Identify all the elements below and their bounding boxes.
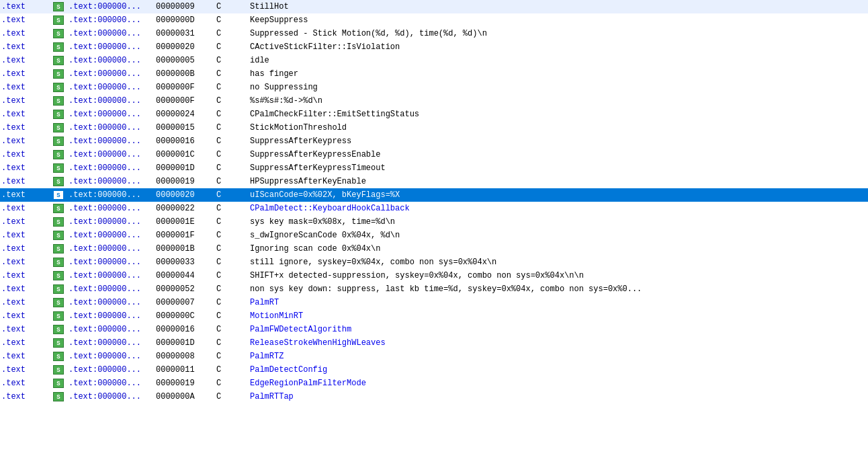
- table-row[interactable]: .textS.text:000000...00000033Cstill igno…: [0, 256, 868, 269]
- name-cell: Suppressed - Stick Motion(%d, %d), time(…: [249, 27, 868, 40]
- ordinal-cell: 00000020: [155, 40, 215, 54]
- table-row[interactable]: .textS.text:000000...0000001DCSuppressAf…: [0, 161, 868, 175]
- divider-cell: [46, 175, 52, 188]
- table-row[interactable]: .textS.text:000000...0000000DCKeepSuppre…: [0, 13, 868, 27]
- table-row[interactable]: .textS.text:000000...00000020CuIScanCode…: [0, 188, 868, 202]
- table-row[interactable]: .textS.text:000000...00000015CStickMotio…: [0, 121, 868, 134]
- table-row[interactable]: .textS.text:000000...00000007CPalmRT: [0, 296, 868, 309]
- divider-cell: [46, 242, 52, 256]
- ordinal-cell: 0000000A: [155, 390, 215, 403]
- address-cell: .text:000000...: [67, 188, 155, 202]
- segment-cell: .text: [0, 81, 46, 94]
- table-row[interactable]: .textS.text:000000...00000020CCActiveSti…: [0, 40, 868, 54]
- address-cell: .text:000000...: [67, 121, 155, 134]
- icon-cell: S: [52, 148, 67, 161]
- icon-cell: S: [52, 188, 67, 202]
- divider-cell: [46, 215, 52, 229]
- segment-cell: .text: [0, 134, 46, 148]
- name-cell: SuppressAfterKeypress: [249, 134, 868, 148]
- icon-cell: S: [52, 27, 67, 40]
- type-cell: C: [215, 67, 249, 81]
- divider-cell: [46, 121, 52, 134]
- table-row[interactable]: .textS.text:000000...0000000FC%s#%s#:%d-…: [0, 94, 868, 108]
- s-icon: S: [53, 392, 64, 401]
- type-cell: C: [215, 363, 249, 377]
- type-cell: C: [215, 13, 249, 27]
- ordinal-cell: 00000015: [155, 121, 215, 134]
- table-row[interactable]: .textS.text:000000...00000019CEdgeRegion…: [0, 377, 868, 390]
- ordinal-cell: 00000044: [155, 269, 215, 282]
- type-cell: C: [215, 323, 249, 336]
- type-cell: C: [215, 161, 249, 175]
- s-icon: S: [53, 217, 64, 227]
- icon-cell: S: [52, 54, 67, 67]
- icon-cell: S: [52, 390, 67, 403]
- name-cell: ReleaseStrokeWhenHighWLeaves: [249, 336, 868, 350]
- s-icon: S: [53, 271, 64, 280]
- type-cell: C: [215, 108, 249, 121]
- name-cell: MotionMinRT: [249, 309, 868, 323]
- table-row[interactable]: .textS.text:000000...0000000FCno Suppres…: [0, 81, 868, 94]
- table-row[interactable]: .textS.text:000000...0000001BCIgnoring s…: [0, 242, 868, 256]
- table-row[interactable]: .textS.text:000000...00000052Cnon sys ke…: [0, 282, 868, 296]
- table-row[interactable]: .textS.text:000000...0000001ECsys key ma…: [0, 215, 868, 229]
- segment-cell: .text: [0, 336, 46, 350]
- segment-cell: .text: [0, 363, 46, 377]
- s-icon: S: [53, 42, 64, 52]
- address-cell: .text:000000...: [67, 13, 155, 27]
- name-cell: PalmDetectConfig: [249, 363, 868, 377]
- segment-cell: .text: [0, 350, 46, 363]
- address-cell: .text:000000...: [67, 269, 155, 282]
- strings-table-container[interactable]: .textS.text:000000...00000009CStillHot.t…: [0, 0, 868, 466]
- table-row[interactable]: .textS.text:000000...0000001DCReleaseStr…: [0, 336, 868, 350]
- ordinal-cell: 0000000F: [155, 94, 215, 108]
- name-cell: CPalmDetect::KeyboardHookCallback: [249, 202, 868, 215]
- table-row[interactable]: .textS.text:000000...00000031CSuppressed…: [0, 27, 868, 40]
- s-icon: S: [53, 190, 64, 200]
- ordinal-cell: 00000019: [155, 175, 215, 188]
- ordinal-cell: 0000000B: [155, 67, 215, 81]
- s-icon: S: [53, 298, 64, 307]
- icon-cell: S: [52, 175, 67, 188]
- divider-cell: [46, 40, 52, 54]
- segment-cell: .text: [0, 269, 46, 282]
- segment-cell: .text: [0, 323, 46, 336]
- divider-cell: [46, 336, 52, 350]
- type-cell: C: [215, 282, 249, 296]
- type-cell: C: [215, 377, 249, 390]
- table-row[interactable]: .textS.text:000000...00000008CPalmRTZ: [0, 350, 868, 363]
- table-row[interactable]: .textS.text:000000...00000019CHPSuppress…: [0, 175, 868, 188]
- table-row[interactable]: .textS.text:000000...00000022CCPalmDetec…: [0, 202, 868, 215]
- divider-cell: [46, 309, 52, 323]
- divider-cell: [46, 229, 52, 242]
- type-cell: C: [215, 202, 249, 215]
- address-cell: .text:000000...: [67, 161, 155, 175]
- divider-cell: [46, 256, 52, 269]
- table-row[interactable]: .textS.text:000000...00000044CSHIFT+x de…: [0, 269, 868, 282]
- s-icon: S: [53, 123, 64, 132]
- ordinal-cell: 00000019: [155, 377, 215, 390]
- table-row[interactable]: .textS.text:000000...00000005Cidle: [0, 54, 868, 67]
- segment-cell: .text: [0, 202, 46, 215]
- table-row[interactable]: .textS.text:000000...0000000CCMotionMinR…: [0, 309, 868, 323]
- table-row[interactable]: .textS.text:000000...0000001CCSuppressAf…: [0, 148, 868, 161]
- type-cell: C: [215, 175, 249, 188]
- table-row[interactable]: .textS.text:000000...00000024CCPalmCheck…: [0, 108, 868, 121]
- icon-cell: S: [52, 108, 67, 121]
- table-row[interactable]: .textS.text:000000...00000016CSuppressAf…: [0, 134, 868, 148]
- name-cell: %s#%s#:%d->%d\n: [249, 94, 868, 108]
- ordinal-cell: 00000007: [155, 296, 215, 309]
- name-cell: SuppressAfterKeypressEnable: [249, 148, 868, 161]
- s-icon: S: [53, 258, 64, 267]
- table-row[interactable]: .textS.text:000000...00000016CPalmFWDete…: [0, 323, 868, 336]
- table-row[interactable]: .textS.text:000000...00000011CPalmDetect…: [0, 363, 868, 377]
- address-cell: .text:000000...: [67, 0, 155, 13]
- table-row[interactable]: .textS.text:000000...0000000BChas finger: [0, 67, 868, 81]
- divider-cell: [46, 161, 52, 175]
- table-row[interactable]: .textS.text:000000...00000009CStillHot: [0, 0, 868, 13]
- icon-cell: S: [52, 134, 67, 148]
- ordinal-cell: 0000000D: [155, 13, 215, 27]
- table-row[interactable]: .textS.text:000000...0000000ACPalmRTTap: [0, 390, 868, 403]
- divider-cell: [46, 134, 52, 148]
- table-row[interactable]: .textS.text:000000...0000001FCs_dwIgnore…: [0, 229, 868, 242]
